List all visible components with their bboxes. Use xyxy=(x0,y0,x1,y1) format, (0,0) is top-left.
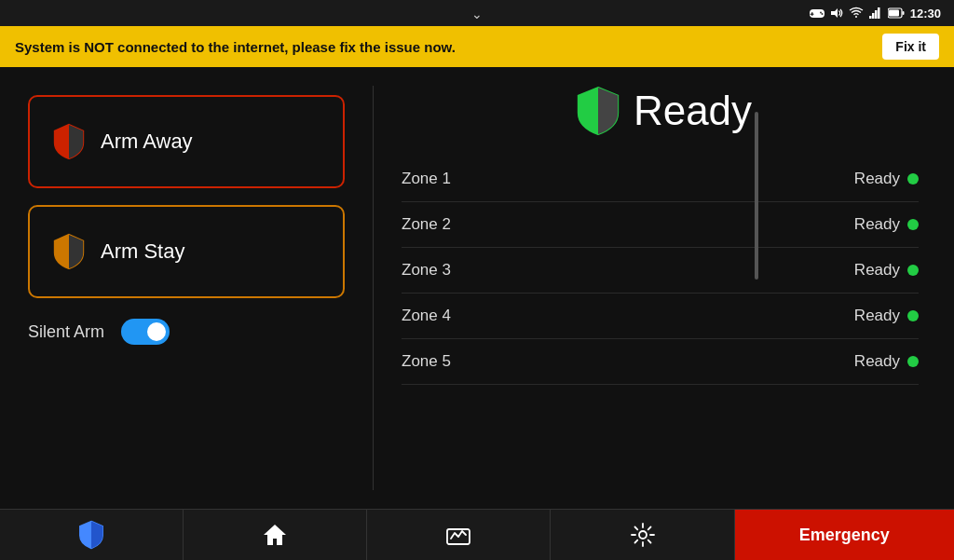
wifi-icon xyxy=(849,7,864,20)
status-dot xyxy=(907,356,919,367)
fix-it-button[interactable]: Fix it xyxy=(882,34,939,60)
scrollbar xyxy=(755,112,758,280)
ready-shield-icon xyxy=(576,86,620,136)
zone-name: Zone 2 xyxy=(402,215,451,234)
nav-shield-icon xyxy=(78,520,104,550)
zone-row: Zone 3 Ready xyxy=(402,248,919,294)
nav-item-activity[interactable] xyxy=(367,510,551,560)
svg-point-4 xyxy=(821,13,823,15)
zone-status: Ready xyxy=(854,307,919,325)
svg-rect-9 xyxy=(878,7,880,19)
zone-name: Zone 5 xyxy=(402,352,451,371)
arm-away-shield-icon xyxy=(52,123,86,160)
svg-rect-6 xyxy=(869,16,872,19)
zone-status: Ready xyxy=(854,215,919,234)
arm-stay-shield-icon xyxy=(52,233,86,270)
svg-marker-13 xyxy=(264,525,286,545)
bottom-nav: Emergency xyxy=(0,509,954,560)
svg-rect-11 xyxy=(902,11,904,15)
nav-item-emergency[interactable]: Emergency xyxy=(735,510,954,560)
silent-arm-label: Silent Arm xyxy=(28,322,104,342)
gamepad-icon xyxy=(810,7,825,20)
arm-away-label: Arm Away xyxy=(101,130,193,154)
main-content: Arm Away Arm Stay Silent Arm xyxy=(0,67,954,509)
notification-message: System is NOT connected to the internet,… xyxy=(15,39,456,55)
nav-item-shield[interactable] xyxy=(0,510,184,560)
zone-name: Zone 1 xyxy=(402,170,451,188)
zone-status: Ready xyxy=(854,170,919,188)
home-icon xyxy=(262,522,288,548)
status-dot xyxy=(907,265,919,276)
ready-label: Ready xyxy=(634,88,752,134)
arm-stay-label: Arm Stay xyxy=(101,239,184,264)
signal-icon xyxy=(869,7,882,20)
zone-status: Ready xyxy=(854,261,919,280)
svg-marker-5 xyxy=(831,8,838,18)
zone-row: Zone 4 Ready xyxy=(402,294,919,339)
svg-point-3 xyxy=(820,12,822,14)
zone-name: Zone 4 xyxy=(402,307,451,325)
left-panel: Arm Away Arm Stay Silent Arm xyxy=(0,67,373,509)
svg-rect-8 xyxy=(875,10,878,19)
zone-status: Ready xyxy=(854,352,919,371)
clock: 12:30 xyxy=(910,7,941,20)
ready-header: Ready xyxy=(402,86,926,136)
emergency-label: Emergency xyxy=(799,526,890,545)
zone-row: Zone 1 Ready xyxy=(402,157,919,202)
zone-row: Zone 5 Ready xyxy=(402,339,919,385)
settings-icon xyxy=(630,522,656,548)
status-dot xyxy=(907,173,919,184)
nav-item-home[interactable] xyxy=(184,510,367,560)
status-dot xyxy=(907,219,919,230)
volume-icon xyxy=(830,7,843,20)
svg-rect-12 xyxy=(889,10,899,17)
right-panel: Ready Zone 1 Ready Zone 2 Ready Zone 3 R… xyxy=(374,67,954,509)
nav-item-settings[interactable] xyxy=(551,510,734,560)
arm-away-button[interactable]: Arm Away xyxy=(28,95,345,188)
battery-icon xyxy=(888,7,905,19)
arm-stay-button[interactable]: Arm Stay xyxy=(28,205,345,298)
silent-arm-row: Silent Arm xyxy=(28,315,345,348)
status-bar: ⌄ 12:30 xyxy=(0,0,954,26)
zones-list: Zone 1 Ready Zone 2 Ready Zone 3 Ready Z… xyxy=(402,157,926,490)
svg-rect-2 xyxy=(810,14,813,16)
activity-icon xyxy=(445,522,471,548)
silent-arm-toggle[interactable] xyxy=(121,319,170,345)
zone-row: Zone 2 Ready xyxy=(402,202,919,248)
zone-name: Zone 3 xyxy=(402,261,451,280)
chevron-icon: ⌄ xyxy=(471,7,483,21)
svg-rect-7 xyxy=(872,13,875,19)
status-dot xyxy=(907,310,919,321)
notification-bar: System is NOT connected to the internet,… xyxy=(0,26,954,67)
status-icons: 12:30 xyxy=(810,7,941,20)
svg-point-15 xyxy=(639,531,647,539)
